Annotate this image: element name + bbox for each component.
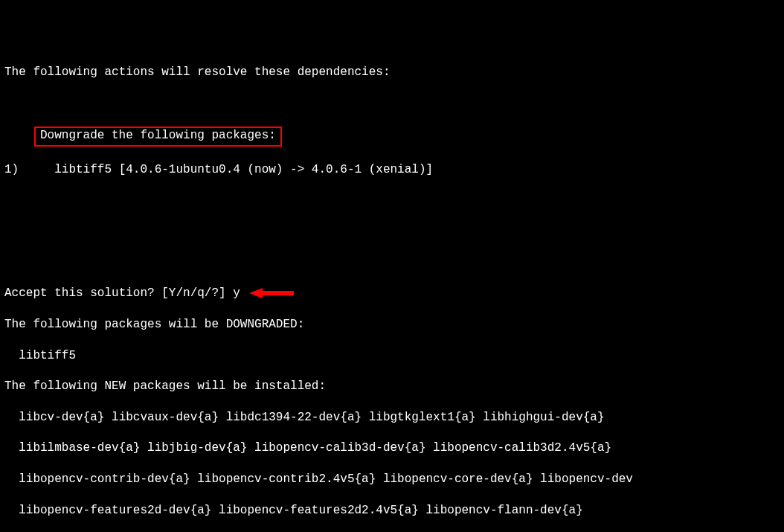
pkg-line: libcv-dev{a} libcvaux-dev{a} libdc1394-2… xyxy=(4,410,780,426)
blank xyxy=(4,255,780,271)
downgrade-header-box: Downgrade the following packages: xyxy=(34,126,282,147)
pkg-line: libilmbase-dev{a} libjbig-dev{a} libopen… xyxy=(4,440,780,456)
accept-prompt-row[interactable]: Accept this solution? [Y/n/q/?] y xyxy=(4,286,780,301)
resolve-line: The following actions will resolve these… xyxy=(4,65,780,80)
accept-prompt-text: Accept this solution? [Y/n/q/?] y xyxy=(4,286,240,300)
downgrade-header-row: Downgrade the following packages: xyxy=(4,126,780,147)
arrow-left-icon xyxy=(249,286,294,300)
new-header: The following NEW packages will be insta… xyxy=(4,379,780,394)
blank xyxy=(4,96,780,112)
blank xyxy=(4,224,780,240)
pkg-line: libopencv-features2d-dev{a} libopencv-fe… xyxy=(4,503,780,519)
downgraded-header: The following packages will be DOWNGRADE… xyxy=(4,317,780,333)
downgrade-pkg-line: 1) libtiff5 [4.0.6-1ubuntu0.4 (now) -> 4… xyxy=(4,162,780,178)
pkg-line: libopencv-contrib-dev{a} libopencv-contr… xyxy=(4,472,780,487)
blank xyxy=(4,193,780,209)
svg-marker-0 xyxy=(249,288,294,298)
downgraded-pkgs: libtiff5 xyxy=(4,348,780,364)
